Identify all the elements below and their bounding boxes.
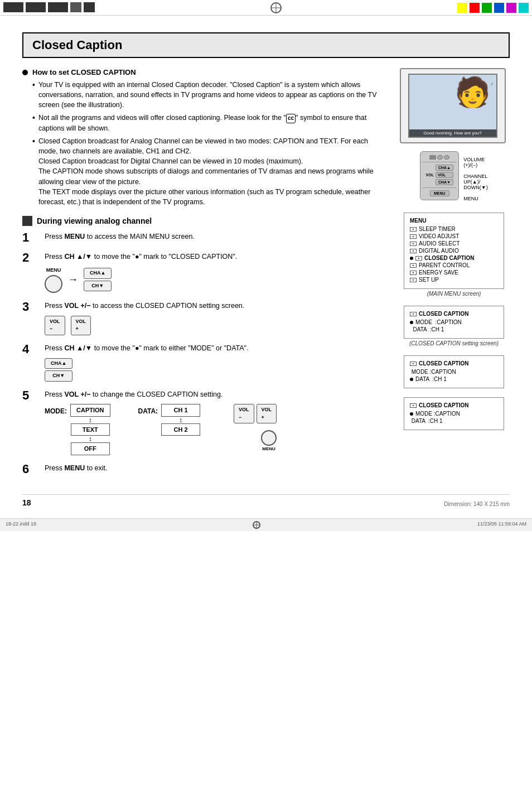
section-header-block-icon — [22, 216, 32, 226]
menu-item-parent: ▪ PARENT CONTROL — [410, 262, 498, 268]
step-4-ch-buttons: CHA▲ CH▼ — [45, 358, 72, 382]
menu-item-closed-caption: ▪ CLOSED CAPTION — [410, 255, 498, 261]
remote-menu-btn[interactable]: MENU — [430, 190, 449, 196]
menu-icon-parent: ▪ — [410, 263, 417, 268]
step-5-menu-button[interactable] — [261, 430, 277, 446]
bottom-bar-center — [253, 521, 260, 529]
cc-final-screen: ▪ CLOSED CAPTION MODE :CAPTION DATA :CH … — [404, 397, 504, 430]
menu-icon-energy: ▪ — [410, 271, 417, 275]
vol-minus-button[interactable]: VOL− — [45, 316, 65, 335]
vol-plus-button[interactable]: VOL+ — [71, 316, 91, 335]
step-1-content: Press MENU to access the MAIN MENU scree… — [45, 232, 387, 242]
menu-item-cc-text: CLOSED CAPTION — [424, 255, 474, 261]
color-green — [482, 3, 492, 13]
tv-sound-lines: ♪ — [491, 80, 494, 86]
step-5-vol-minus[interactable]: VOL− — [234, 404, 254, 423]
main-bullet-text: How to set CLOSED CAPTION — [32, 68, 136, 76]
cc-final-mode-label: MODE :CAPTION — [415, 411, 460, 417]
mode-data-diagram: MODE: CAPTION ↕ TEXT ↕ OFF DATA: — [45, 404, 387, 455]
remote-cha-up[interactable]: CHA▲ — [436, 165, 453, 171]
step-3-number: 3 — [22, 301, 38, 313]
step-6-content: Press MENU to exit. — [45, 463, 387, 474]
bottom-bar: 18-22.indd 18 11/23/05 11:59:04 AM — [0, 518, 532, 531]
dimension-text: Dimension: 140 X 215 mm — [444, 501, 510, 507]
remote-divider-2 — [423, 187, 456, 188]
section-header: During viewing analog channel — [22, 216, 387, 226]
menu-button[interactable] — [45, 275, 62, 293]
menu-icon-video: ▪ — [410, 234, 417, 239]
mode-arrow-1: ↕ — [89, 417, 92, 423]
cc-setting-title: ▪ CLOSED CAPTION — [410, 311, 498, 317]
data-arrow-1: ↕ — [179, 417, 182, 423]
step-6-keyword: MENU — [64, 464, 85, 472]
step-5-keyword: VOL +/− — [64, 391, 90, 398]
file-info: 18-22.indd 18 — [6, 521, 36, 529]
step-4: 4 Press CH ▲/▼ to move the "●" mark to e… — [22, 343, 387, 382]
title-box: Closed Caption — [22, 32, 510, 58]
cc-data-data-label: DATA :CH 1 — [415, 376, 447, 382]
remote-indicator-3 — [444, 155, 449, 160]
sub-bullet-dot-2: • — [32, 113, 35, 123]
cc-final-data-label: DATA :CH 1 — [410, 418, 443, 424]
page-content: Closed Caption How to set CLOSED CAPTION… — [0, 16, 532, 518]
data-label: DATA: — [138, 406, 158, 416]
tv-body: 🧑 ♪ Good morning. How are you? — [400, 68, 506, 143]
cc-mode-label: MODE :CAPTION — [415, 319, 462, 325]
color-blue — [494, 3, 504, 13]
top-bar-left-blocks — [0, 0, 98, 15]
step-3-keyword: VOL +/− — [64, 302, 90, 310]
menu-icon-setup: ▪ — [410, 278, 417, 282]
bullet-section: How to set CLOSED CAPTION • Your TV is e… — [22, 68, 387, 207]
top-bar-block-1 — [3, 2, 23, 12]
step-1: 1 Press MENU to access the MAIN MENU scr… — [22, 232, 387, 244]
remote-vol-btn[interactable]: VOL — [436, 172, 453, 178]
cc-mode-bullet — [410, 321, 413, 324]
cc-data-data: DATA :CH 1 — [410, 376, 498, 382]
menu-item-digital-audio-text: DIGITAL AUDIO — [419, 248, 459, 254]
menu-item-digital-audio: ▪ DIGITAL AUDIO — [410, 248, 498, 254]
page-number: 18 — [22, 498, 31, 507]
cc-data-mode: MODE :CAPTION — [410, 369, 498, 375]
sub-bullets: • Your TV is equipped with an internal C… — [32, 80, 387, 207]
step-5-number: 5 — [22, 389, 38, 402]
remote-cha-down[interactable]: CHA▼ — [436, 179, 453, 185]
step-2: 2 Press CH ▲/▼ to move the "●" mark to "… — [22, 252, 387, 293]
remote-label-menu: MENU — [463, 196, 487, 201]
data-column: CH 1 ↕ CH 2 — [161, 404, 200, 436]
remote-divider-1 — [423, 162, 456, 162]
cc-final-mode: MODE :CAPTION — [410, 411, 498, 417]
cc-data-screen-wrapper: ▪ CLOSED CAPTION MODE :CAPTION DATA :CH … — [404, 355, 504, 388]
cc-final-screen-wrapper: ▪ CLOSED CAPTION MODE :CAPTION DATA :CH … — [404, 397, 504, 430]
menu-item-setup-text: SET UP — [419, 277, 439, 283]
menu-item-audio-text: AUDIO SELECT — [419, 240, 460, 247]
main-menu-title: MENU — [410, 218, 498, 224]
mode-caption-box: CAPTION — [70, 404, 110, 417]
step-4-ch-down[interactable]: CH▼ — [45, 370, 72, 382]
cc-symbol: cc — [286, 114, 296, 123]
tv-caption-text: Good morning. How are you? — [423, 131, 482, 136]
cc-final-title: ▪ CLOSED CAPTION — [410, 402, 498, 408]
menu-item-energy: ▪ ENERGY SAVE — [410, 269, 498, 276]
menu-button-label: MENU — [46, 267, 61, 274]
sub-bullet-2: • Not all the programs and videos will o… — [32, 113, 387, 133]
step-3-visual: VOL− VOL+ — [45, 316, 387, 335]
menu-item-sleep-text: SLEEP TIMER — [419, 226, 456, 232]
step-5-vol-plus[interactable]: VOL+ — [257, 404, 277, 423]
tv-person-icon: 🧑 — [454, 78, 491, 107]
main-bullet: How to set CLOSED CAPTION — [22, 68, 387, 76]
cc-setting-screen-caption: (CLOSED CAPTION setting screen) — [404, 340, 504, 346]
main-menu-title-text: MENU — [410, 218, 426, 224]
cc-data-label: DATA :CH 1 — [410, 326, 444, 333]
sub-bullet-text-3: Closed Caption broadcast for Analog Chan… — [38, 136, 387, 207]
main-menu-screen-caption: (MAIN MENU screen) — [404, 291, 504, 297]
menu-item-setup: ▪ SET UP — [410, 277, 498, 283]
remote-label-volume: VOLUME(+)/(−) — [463, 157, 487, 168]
top-bar-right-colors — [454, 0, 532, 15]
right-illustrations: 🧑 ♪ Good morning. How are you? — [398, 68, 510, 483]
page-title: Closed Caption — [32, 38, 500, 52]
ch-down-button[interactable]: CH▼ — [84, 281, 112, 292]
ch-up-button[interactable]: CHA▲ — [84, 268, 112, 279]
mode-label: MODE: — [45, 406, 67, 416]
step-4-ch-up[interactable]: CHA▲ — [45, 358, 72, 369]
menu-icon-cc: ▪ — [415, 256, 422, 261]
